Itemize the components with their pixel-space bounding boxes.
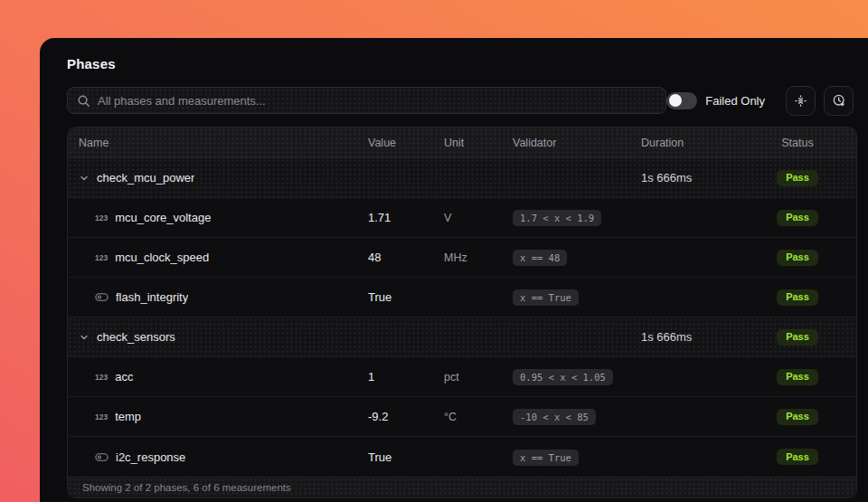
validator-chip: x == True xyxy=(513,450,579,466)
clock-history-icon xyxy=(832,93,846,108)
measurement-name: mcu_core_voltage xyxy=(115,211,211,224)
status-cell: Pass xyxy=(753,329,842,346)
history-button[interactable] xyxy=(824,86,854,116)
toggle-knob xyxy=(669,94,682,107)
numeric-measurement-icon: 123 xyxy=(95,412,108,421)
measurement-name: flash_integrity xyxy=(116,290,188,304)
status-badge: Pass xyxy=(777,250,818,266)
page-title: Phases xyxy=(67,56,854,71)
phase-row[interactable]: check_mcu_power1s 666msPass xyxy=(68,158,856,198)
measurement-name: temp xyxy=(115,410,141,423)
value-cell: 1 xyxy=(368,370,444,384)
numeric-measurement-icon: 123 xyxy=(95,213,108,223)
name-cell: flash_integrity xyxy=(79,290,368,304)
table-body: check_mcu_power1s 666msPass123mcu_core_v… xyxy=(68,158,856,477)
status-cell: Pass xyxy=(753,409,842,425)
validator-chip: x == True xyxy=(513,289,579,306)
boolean-toggle-icon xyxy=(95,452,108,462)
column-header-validator: Validator xyxy=(513,137,641,149)
phases-panel: Phases Failed Only xyxy=(40,38,868,502)
failed-only-toggle[interactable] xyxy=(666,92,697,109)
status-badge: Pass xyxy=(777,210,818,226)
failed-only-label: Failed Only xyxy=(705,94,765,108)
chevron-down-icon[interactable] xyxy=(79,173,90,184)
validator-cell: -10 < x < 85 xyxy=(513,408,641,425)
validator-cell: x == True xyxy=(513,289,641,306)
validator-cell: x == 48 xyxy=(513,249,641,266)
column-header-duration: Duration xyxy=(641,137,753,149)
phase-row[interactable]: check_sensors1s 666msPass xyxy=(68,317,856,357)
status-cell: Pass xyxy=(753,289,842,306)
table-header: Name Value Unit Validator Duration Statu… xyxy=(68,128,856,158)
measurement-row[interactable]: 123mcu_core_voltage1.71V1.7 < x < 1.9Pas… xyxy=(68,198,856,238)
status-badge: Pass xyxy=(777,449,818,465)
measurement-row[interactable]: flash_integrityTruex == TruePass xyxy=(68,278,856,317)
measurement-name: acc xyxy=(115,370,133,384)
chevron-down-icon[interactable] xyxy=(79,332,90,343)
unit-cell: °C xyxy=(444,411,513,423)
measurement-name: i2c_response xyxy=(116,450,185,464)
name-cell: 123mcu_clock_speed xyxy=(79,251,368,264)
column-header-status: Status xyxy=(753,137,842,149)
boolean-toggle-icon xyxy=(95,292,108,302)
status-badge: Pass xyxy=(777,369,818,385)
name-cell: i2c_response xyxy=(79,450,368,464)
status-badge: Pass xyxy=(777,329,818,346)
status-cell: Pass xyxy=(753,449,842,465)
validator-cell: 1.7 < x < 1.9 xyxy=(513,209,641,226)
value-cell: True xyxy=(368,290,444,304)
name-cell: check_mcu_power xyxy=(79,171,368,185)
duration-cell: 1s 666ms xyxy=(641,171,753,185)
phase-name: check_sensors xyxy=(97,330,175,344)
measurement-row[interactable]: i2c_responseTruex == TruePass xyxy=(68,437,856,477)
search-icon xyxy=(77,94,90,108)
measurement-row[interactable]: 123acc1pct0.95 < x < 1.05Pass xyxy=(68,357,856,397)
numeric-measurement-icon: 123 xyxy=(95,253,108,262)
validator-chip: 1.7 < x < 1.9 xyxy=(513,210,601,226)
status-cell: Pass xyxy=(753,170,842,186)
validator-cell: 0.95 < x < 1.05 xyxy=(513,368,641,385)
unit-cell: V xyxy=(444,212,513,224)
name-cell: 123temp xyxy=(79,410,368,423)
table-footer: Showing 2 of 2 phases, 6 of 6 measuremen… xyxy=(68,477,856,497)
toolbar: Failed Only xyxy=(67,85,854,116)
column-header-value: Value xyxy=(368,137,444,149)
toolbar-controls: Failed Only xyxy=(666,86,854,116)
name-cell: check_sensors xyxy=(79,330,368,344)
value-cell: 1.71 xyxy=(368,211,444,224)
measurement-row[interactable]: 123mcu_clock_speed48MHzx == 48Pass xyxy=(68,238,856,278)
duration-cell: 1s 666ms xyxy=(641,330,753,344)
status-badge: Pass xyxy=(777,289,818,306)
validator-chip: 0.95 < x < 1.05 xyxy=(513,369,613,385)
validator-cell: x == True xyxy=(513,449,641,466)
name-cell: 123acc xyxy=(79,370,368,384)
numeric-measurement-icon: 123 xyxy=(95,373,108,382)
column-header-unit: Unit xyxy=(444,137,513,149)
status-cell: Pass xyxy=(753,369,842,385)
status-badge: Pass xyxy=(777,170,818,186)
fold-vertical-icon xyxy=(794,94,807,108)
unit-cell: MHz xyxy=(444,251,513,264)
phases-table: Name Value Unit Validator Duration Statu… xyxy=(67,127,857,498)
name-cell: 123mcu_core_voltage xyxy=(79,211,368,224)
measurement-name: mcu_clock_speed xyxy=(115,251,209,264)
validator-chip: x == 48 xyxy=(513,250,567,266)
status-cell: Pass xyxy=(753,250,842,266)
validator-chip: -10 < x < 85 xyxy=(513,409,596,425)
column-header-name: Name xyxy=(79,137,368,149)
unit-cell: pct xyxy=(444,371,513,384)
measurement-row[interactable]: 123temp-9.2°C-10 < x < 85Pass xyxy=(68,397,856,437)
collapse-all-button[interactable] xyxy=(786,86,816,116)
value-cell: True xyxy=(368,450,444,464)
status-badge: Pass xyxy=(777,409,818,425)
status-cell: Pass xyxy=(753,210,842,226)
value-cell: -9.2 xyxy=(368,410,444,423)
search-box[interactable] xyxy=(67,87,666,114)
value-cell: 48 xyxy=(368,251,444,264)
search-input[interactable] xyxy=(98,94,656,108)
results-summary: Showing 2 of 2 phases, 6 of 6 measuremen… xyxy=(82,482,291,493)
phase-name: check_mcu_power xyxy=(97,171,194,185)
